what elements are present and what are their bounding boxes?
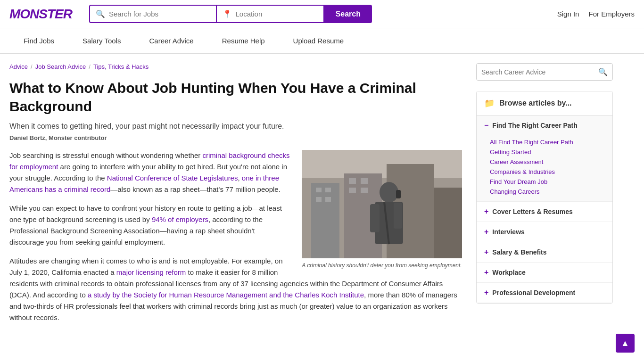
svg-rect-12 (349, 188, 356, 193)
sidebar-search-box: 🔍 (476, 63, 613, 81)
browse-section-salary-header[interactable]: + Salary & Benefits (477, 242, 612, 262)
svg-rect-6 (316, 188, 322, 192)
sub-item-changing-careers[interactable]: Changing Careers (490, 187, 605, 197)
nav-salary-tools[interactable]: Salary Tools (68, 28, 135, 53)
article-author: Daniel Bortz, Monster contributor (9, 134, 462, 141)
main-nav: Find Jobs Salary Tools Career Advice Res… (0, 28, 644, 54)
svg-rect-7 (325, 188, 331, 192)
link-ncsl[interactable]: National Conference of State Legislature… (107, 174, 238, 182)
article-area: Advice / Job Search Advice / Tips, Trick… (9, 63, 462, 331)
sub-item-career-assessment[interactable]: Career Assessment (490, 157, 605, 167)
browse-section-professional-header[interactable]: + Professional Development (477, 283, 612, 303)
svg-point-14 (380, 182, 398, 203)
svg-rect-8 (316, 197, 322, 202)
location-input-wrapper: 📍 (217, 5, 324, 23)
browse-section-cover-letters-label: Cover Letters & Resumes (492, 208, 572, 215)
browse-section-interviews-header[interactable]: + Interviews (477, 222, 612, 242)
location-pin-icon: 📍 (223, 9, 232, 18)
article-image-float: A criminal history shouldn't deter you f… (302, 150, 462, 270)
link-shrm-study[interactable]: a study by the Society for Human Resourc… (88, 291, 364, 299)
search-icon: 🔍 (96, 9, 105, 18)
article-title: What to Know About Job Hunting When You … (9, 79, 462, 115)
nav-resume-help[interactable]: Resume Help (208, 28, 279, 53)
expand-icon-salary: + (484, 248, 488, 256)
sub-item-dream-job[interactable]: Find Your Dream Job (490, 177, 605, 187)
main-content: Advice / Job Search Advice / Tips, Trick… (0, 54, 644, 340)
browse-section-workplace-label: Workplace (492, 269, 526, 276)
browse-section-workplace-header[interactable]: + Workplace (477, 263, 612, 282)
browse-section-salary: + Salary & Benefits (477, 242, 612, 263)
browse-sub-items-career-path: All Find The Right Career Path Getting S… (477, 135, 612, 201)
image-caption: A criminal history shouldn't deter you f… (302, 261, 462, 270)
browse-title: Browse articles by... (499, 99, 572, 107)
expand-icon-interviews: + (484, 228, 488, 236)
browse-section-professional-label: Professional Development (492, 289, 575, 296)
browse-section-career-path: − Find The Right Career Path All Find Th… (477, 115, 612, 202)
search-job-input-wrapper: 🔍 (89, 5, 217, 23)
expand-icon-workplace: + (484, 268, 488, 277)
svg-rect-17 (394, 203, 402, 229)
svg-rect-13 (361, 188, 368, 193)
location-input[interactable] (236, 10, 318, 18)
sub-item-all-career-path[interactable]: All Find The Right Career Path (490, 137, 605, 147)
search-job-input[interactable] (109, 10, 210, 18)
article-subtitle: When it comes to getting hired, your pas… (9, 122, 462, 131)
expand-icon-cover-letters: + (484, 207, 488, 216)
breadcrumb-job-search-advice[interactable]: Job Search Advice (35, 63, 86, 70)
browse-header: 📁 Browse articles by... (477, 91, 612, 115)
article-image (302, 150, 462, 258)
collapse-icon-career-path: − (484, 121, 488, 130)
browse-section-professional: + Professional Development (477, 283, 612, 303)
breadcrumb-advice[interactable]: Advice (9, 63, 28, 70)
svg-rect-18 (396, 190, 401, 198)
header-right: Sign In For Employers (557, 10, 635, 18)
svg-rect-9 (325, 197, 331, 202)
folder-icon: 📁 (484, 98, 495, 108)
nav-upload-resume[interactable]: Upload Resume (279, 28, 358, 53)
browse-section-interviews-label: Interviews (492, 228, 524, 236)
link-background-checks[interactable]: criminal background checks for employmen… (9, 151, 290, 171)
svg-rect-16 (370, 204, 380, 232)
browse-section-cover-letters-header[interactable]: + Cover Letters & Resumes (477, 202, 612, 222)
svg-rect-10 (349, 178, 356, 184)
browse-section-career-path-header[interactable]: − Find The Right Career Path (477, 115, 612, 135)
nav-career-advice[interactable]: Career Advice (135, 28, 207, 53)
svg-rect-5 (434, 188, 462, 258)
scroll-to-top-button[interactable]: ▲ (616, 334, 635, 340)
browse-section-salary-label: Salary & Benefits (492, 248, 546, 256)
link-94-percent[interactable]: 94% of employers (152, 215, 208, 223)
expand-icon-professional: + (484, 288, 488, 297)
logo[interactable]: MONSTER (9, 7, 72, 22)
breadcrumb: Advice / Job Search Advice / Tips, Trick… (9, 63, 462, 70)
browse-box: 📁 Browse articles by... − Find The Right… (476, 91, 613, 304)
browse-section-career-path-label: Find The Right Career Path (492, 122, 577, 129)
browse-section-interviews: + Interviews (477, 222, 612, 242)
header: MONSTER 🔍 📍 Search Sign In For Employers (0, 0, 644, 28)
search-bar: 🔍 📍 Search (89, 5, 372, 23)
search-button[interactable]: Search (324, 5, 372, 23)
breadcrumb-tips[interactable]: Tips, Tricks & Hacks (93, 63, 149, 70)
svg-rect-2 (311, 183, 339, 258)
sign-in-link[interactable]: Sign In (557, 10, 579, 18)
breadcrumb-sep-2: / (89, 63, 91, 70)
nav-find-jobs[interactable]: Find Jobs (9, 28, 68, 53)
sidebar: 🔍 📁 Browse articles by... − Find The Rig… (476, 63, 613, 331)
browse-section-cover-letters: + Cover Letters & Resumes (477, 202, 612, 222)
svg-rect-11 (361, 178, 368, 184)
sidebar-search-icon[interactable]: 🔍 (598, 67, 608, 76)
sub-item-getting-started[interactable]: Getting Started (490, 147, 605, 157)
for-employers-link[interactable]: For Employers (588, 10, 635, 18)
browse-section-workplace: + Workplace (477, 263, 612, 283)
breadcrumb-sep-1: / (31, 63, 33, 70)
article-body: A criminal history shouldn't deter you f… (9, 150, 462, 323)
sidebar-search-input[interactable] (481, 68, 594, 76)
link-licensing-reform[interactable]: major licensing reform (116, 268, 186, 276)
sub-item-companies-industries[interactable]: Companies & Industries (490, 167, 605, 177)
